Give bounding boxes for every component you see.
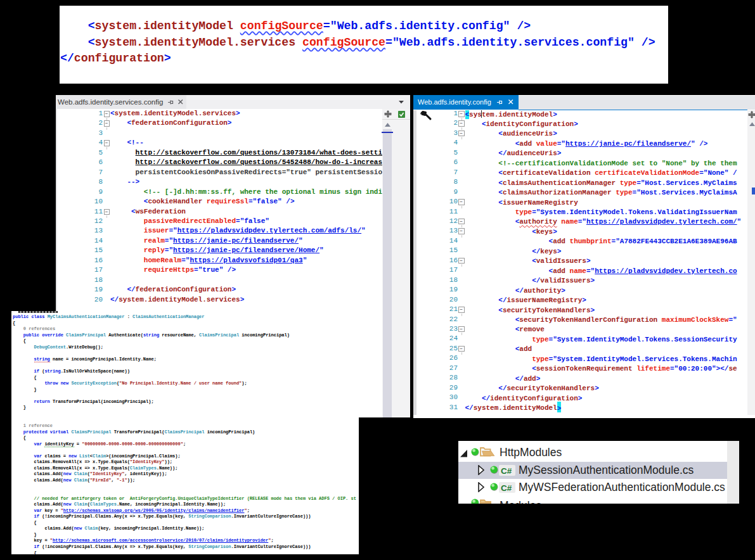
- svg-text:C#: C#: [501, 466, 512, 476]
- svg-text:C#: C#: [501, 483, 512, 493]
